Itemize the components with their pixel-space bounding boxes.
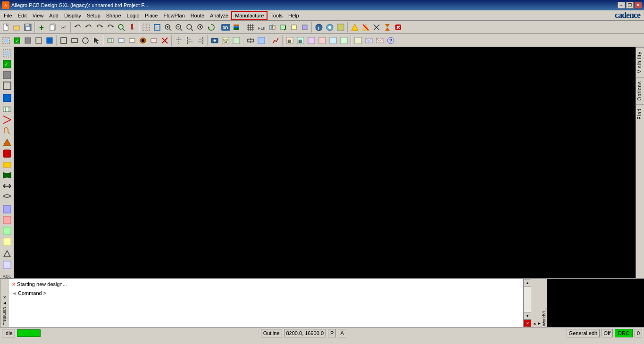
wv-close-btn[interactable]: ✕ [532, 280, 537, 326]
menu-edit[interactable]: Edit [15, 11, 30, 20]
flip-button[interactable]: FLIP [256, 22, 267, 33]
add-connect-button[interactable]: ✚ [37, 22, 47, 33]
copy2-button[interactable] [300, 22, 310, 33]
grid-setup-button[interactable] [245, 22, 256, 33]
layer-view-button[interactable] [231, 22, 242, 33]
t2-comp2[interactable] [116, 35, 126, 46]
t2-vis-on[interactable]: ✓ [12, 35, 22, 46]
tab-find[interactable]: Find [636, 104, 644, 123]
status-p[interactable]: P [328, 329, 336, 337]
menu-view[interactable]: View [30, 11, 47, 20]
t2-vis-toggle[interactable] [33, 35, 44, 46]
t2-dfa3[interactable] [306, 35, 317, 46]
t2-comp3[interactable] [127, 35, 137, 46]
menu-route[interactable]: Route [188, 11, 207, 20]
t2-sel-active[interactable] [44, 35, 55, 46]
menu-display[interactable]: Display [61, 11, 84, 20]
sb-btn-1[interactable] [1, 48, 13, 58]
status-a[interactable]: A [338, 329, 346, 337]
save-button[interactable] [23, 22, 33, 33]
sb-btn-6[interactable] [1, 104, 13, 114]
t2-align-right[interactable] [195, 35, 206, 46]
show-element-button[interactable] [325, 22, 335, 33]
t2-delete[interactable] [159, 35, 170, 46]
t2-add-rect2[interactable] [69, 35, 80, 46]
pin-button[interactable] [127, 22, 137, 33]
menu-help[interactable]: Help [285, 11, 302, 20]
dehighlight-button[interactable] [360, 22, 371, 33]
t2-comp1[interactable] [105, 35, 116, 46]
sb-btn-15[interactable] [1, 204, 13, 214]
rotate-button[interactable] [278, 22, 288, 33]
t2-dfa4[interactable] [317, 35, 327, 46]
t2-vis-off[interactable] [23, 35, 33, 46]
t2-route-manual[interactable] [270, 35, 281, 46]
cmd-close-btn[interactable]: ✕ [2, 295, 7, 300]
3d-view-button[interactable]: 3D [220, 22, 231, 33]
sb-btn-20[interactable] [1, 260, 13, 270]
sb-btn-2[interactable]: ✓ [1, 59, 13, 69]
pcb-canvas[interactable] [14, 47, 636, 278]
zoom-out-button[interactable] [174, 22, 184, 33]
t2-dfa1[interactable]: ▦ [284, 35, 295, 46]
menu-tools[interactable]: Tools [268, 11, 285, 20]
undo-button[interactable] [73, 22, 83, 33]
zoom-in-button[interactable] [163, 22, 173, 33]
sb-btn-16[interactable] [1, 215, 13, 225]
sb-btn-18[interactable] [1, 237, 13, 247]
mirror-button[interactable] [267, 22, 277, 33]
menu-file[interactable]: File [1, 11, 15, 20]
redo-button[interactable] [94, 22, 105, 33]
sb-btn-14[interactable] [1, 192, 13, 202]
sb-btn-4[interactable] [1, 81, 13, 91]
tab-options[interactable]: Options [636, 77, 644, 104]
t2-via[interactable] [138, 35, 148, 46]
t2-email1[interactable] [364, 35, 374, 46]
open-button[interactable] [12, 22, 22, 33]
t2-align[interactable] [174, 35, 184, 46]
worldview-canvas[interactable] [547, 279, 644, 327]
wv-arrow-btn[interactable]: ◄ [537, 280, 542, 326]
worldview-tab[interactable]: ✕ ◄ WorldVi... [531, 279, 547, 327]
sb-btn-13[interactable] [1, 181, 13, 191]
cmd-arrow-btn[interactable]: ◄ [2, 301, 7, 305]
new-button[interactable] [1, 22, 11, 33]
t2-select[interactable] [91, 35, 101, 46]
menu-setup[interactable]: Setup [84, 11, 103, 20]
close-button[interactable]: ✕ [635, 2, 642, 8]
t2-add-rect[interactable] [59, 35, 69, 46]
highlight-button[interactable] [350, 22, 360, 33]
refresh-button[interactable] [206, 22, 217, 33]
end-button[interactable] [393, 22, 403, 33]
grid-button[interactable] [141, 22, 151, 33]
sb-btn-8[interactable] [1, 125, 13, 136]
sb-btn-12[interactable] [1, 170, 13, 180]
sb-btn-10[interactable] [1, 148, 13, 159]
info-button[interactable]: i [314, 22, 324, 33]
t2-photo[interactable] [209, 35, 220, 46]
scroll-up-btn[interactable]: ▲ [524, 279, 531, 287]
menu-logic[interactable]: Logic [124, 11, 142, 20]
sb-btn-21[interactable]: ABC [1, 270, 13, 278]
t2-stretch[interactable] [245, 35, 256, 46]
t2-align-left[interactable] [184, 35, 195, 46]
copy-button[interactable] [48, 22, 58, 33]
zoom-prev-button[interactable] [195, 22, 206, 33]
menu-analyze[interactable]: Analyze [207, 11, 231, 20]
command-panel-tab[interactable]: ✕ ◄ Comma... [0, 279, 9, 327]
t2-add-circle[interactable] [80, 35, 91, 46]
t2-refdes[interactable]: 8102△01 [220, 35, 231, 46]
scroll-close-btn[interactable]: ✕ [524, 319, 531, 327]
t2-email2[interactable] [375, 35, 385, 46]
menu-manufacture[interactable]: Manufacture [231, 11, 268, 20]
redo2-button[interactable] [105, 22, 116, 33]
t2-comp4[interactable] [149, 35, 159, 46]
minimize-button[interactable]: − [618, 2, 625, 8]
show-rats-button[interactable] [371, 22, 382, 33]
menu-shape[interactable]: Shape [103, 11, 124, 20]
zoom-area-button[interactable] [184, 22, 195, 33]
sb-btn-17[interactable] [1, 226, 13, 236]
t2-dfa5[interactable] [328, 35, 338, 46]
sb-btn-9[interactable] [1, 138, 13, 148]
zoom-fit-button[interactable]: Z [152, 22, 162, 33]
